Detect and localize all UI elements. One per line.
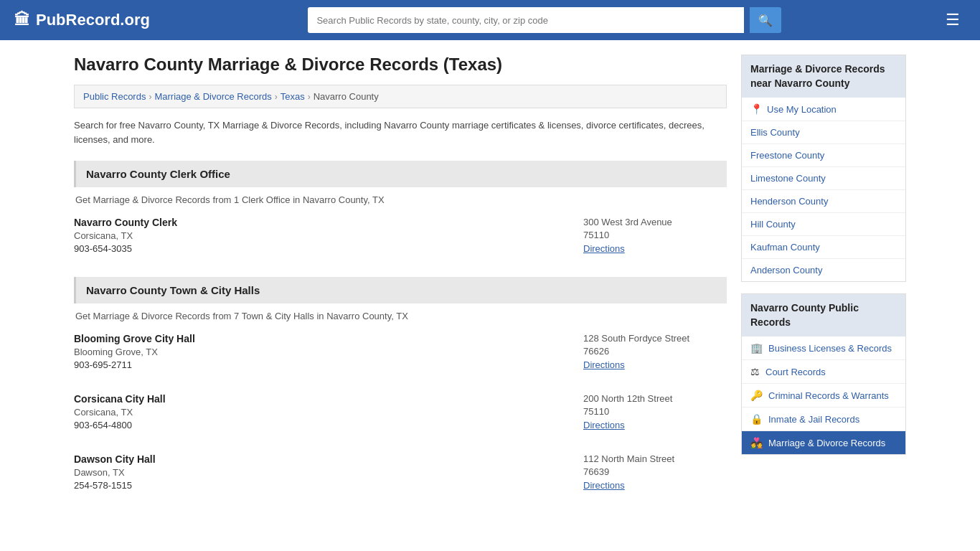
record-phone-corsicana-hall: 903-654-4800 — [74, 420, 166, 430]
sidebar-public-records-header: Navarro County Public Records — [742, 294, 905, 336]
search-area: 🔍 — [308, 7, 781, 33]
pin-icon: 📍 — [750, 103, 763, 115]
record-phone-clerk: 903-654-3035 — [74, 243, 177, 254]
record-address-corsicana-hall: 200 North 12th Street — [583, 393, 727, 404]
record-city-clerk: Corsicana, TX — [74, 230, 177, 241]
business-icon: 🏢 — [750, 342, 763, 354]
kaufman-county-link[interactable]: Kaufman County — [750, 242, 820, 253]
sidebar-nearby-list: 📍 Use My Location Ellis County Freestone… — [742, 98, 905, 281]
section-header-halls: Navarro County Town & City Halls — [74, 277, 727, 303]
record-name-dawson: Dawson City Hall — [74, 453, 156, 465]
record-directions-blooming-grove[interactable]: Directions — [583, 359, 625, 370]
logo-icon: 🏛 — [14, 11, 30, 29]
page-description: Search for free Navarro County, TX Marri… — [74, 118, 727, 146]
sidebar-item-court[interactable]: ⚖ Court Records — [742, 360, 905, 384]
record-directions-dawson[interactable]: Directions — [583, 480, 625, 491]
breadcrumb: Public Records › Marriage & Divorce Reco… — [74, 85, 727, 108]
record-directions-clerk[interactable]: Directions — [583, 243, 625, 254]
record-zip-clerk: 75110 — [583, 230, 727, 240]
anderson-county-link[interactable]: Anderson County — [750, 265, 822, 276]
search-icon: 🔍 — [758, 14, 773, 27]
sidebar-item-freestone[interactable]: Freestone County — [742, 144, 905, 167]
breadcrumb-sep-1: › — [149, 92, 151, 102]
record-name-blooming-grove: Blooming Grove City Hall — [74, 333, 195, 344]
sidebar-item-limestone[interactable]: Limestone County — [742, 167, 905, 190]
section-desc-clerk: Get Marriage & Divorce Records from 1 Cl… — [74, 194, 727, 205]
record-dawson: Dawson City Hall Dawson, TX 254-578-1515… — [74, 453, 727, 498]
sidebar-item-criminal[interactable]: 🔑 Criminal Records & Warrants — [742, 384, 905, 408]
record-zip-blooming-grove: 76626 — [583, 346, 727, 357]
search-button[interactable]: 🔍 — [750, 7, 781, 33]
record-city-corsicana-hall: Corsicana, TX — [74, 407, 166, 418]
record-address-clerk: 300 West 3rd Avenue — [583, 217, 727, 227]
site-logo[interactable]: 🏛 PubRecord.org — [14, 11, 150, 29]
henderson-county-link[interactable]: Henderson County — [750, 196, 828, 207]
criminal-icon: 🔑 — [750, 390, 763, 401]
sidebar-item-business[interactable]: 🏢 Business Licenses & Records — [742, 336, 905, 360]
inmate-records-link[interactable]: Inmate & Jail Records — [768, 414, 859, 425]
record-zip-corsicana-hall: 75110 — [583, 406, 727, 417]
record-blooming-grove: Blooming Grove City Hall Blooming Grove,… — [74, 333, 727, 377]
content-area: Navarro County Marriage & Divorce Record… — [74, 55, 727, 514]
site-header: 🏛 PubRecord.org 🔍 ☰ — [0, 0, 980, 40]
menu-icon: ☰ — [946, 11, 960, 29]
record-phone-dawson: 254-578-1515 — [74, 480, 156, 491]
sidebar-item-anderson[interactable]: Anderson County — [742, 259, 905, 281]
breadcrumb-marriage-divorce[interactable]: Marriage & Divorce Records — [154, 91, 271, 102]
section-desc-halls: Get Marriage & Divorce Records from 7 To… — [74, 311, 727, 321]
hill-county-link[interactable]: Hill County — [750, 219, 796, 230]
limestone-county-link[interactable]: Limestone County — [750, 173, 826, 184]
record-directions-corsicana-hall[interactable]: Directions — [583, 420, 625, 430]
breadcrumb-sep-2: › — [275, 92, 278, 102]
sidebar-nearby-section: Marriage & Divorce Records near Navarro … — [741, 55, 906, 282]
criminal-records-link[interactable]: Criminal Records & Warrants — [768, 390, 889, 401]
sidebar-item-inmate[interactable]: 🔒 Inmate & Jail Records — [742, 408, 905, 431]
business-licenses-link[interactable]: Business Licenses & Records — [768, 343, 892, 354]
marriage-icon: 💑 — [750, 437, 763, 448]
record-city-dawson: Dawson, TX — [74, 467, 156, 478]
record-corsicana-hall: Corsicana City Hall Corsicana, TX 903-65… — [74, 393, 727, 438]
record-navarro-clerk: Navarro County Clerk Corsicana, TX 903-6… — [74, 217, 727, 261]
record-zip-dawson: 76639 — [583, 466, 727, 477]
record-address-blooming-grove: 128 South Fordyce Street — [583, 333, 727, 344]
breadcrumb-texas[interactable]: Texas — [281, 91, 305, 102]
menu-button[interactable]: ☰ — [940, 8, 966, 32]
sidebar-item-marriage[interactable]: 💑 Marriage & Divorce Records — [742, 431, 905, 454]
record-phone-blooming-grove: 903-695-2711 — [74, 359, 195, 370]
sidebar-nearby-header: Marriage & Divorce Records near Navarro … — [742, 55, 905, 98]
sidebar-item-kaufman[interactable]: Kaufman County — [742, 236, 905, 259]
record-city-blooming-grove: Blooming Grove, TX — [74, 347, 195, 357]
page-title: Navarro County Marriage & Divorce Record… — [74, 55, 727, 75]
inmate-icon: 🔒 — [750, 413, 763, 425]
main-container: Navarro County Marriage & Divorce Record… — [60, 40, 920, 528]
section-header-clerk: Navarro County Clerk Office — [74, 161, 727, 187]
record-address-dawson: 112 North Main Street — [583, 453, 727, 464]
sidebar-public-records-section: Navarro County Public Records 🏢 Business… — [741, 293, 906, 455]
breadcrumb-sep-3: › — [308, 92, 311, 102]
sidebar: Marriage & Divorce Records near Navarro … — [741, 55, 906, 514]
sidebar-item-ellis[interactable]: Ellis County — [742, 121, 905, 144]
ellis-county-link[interactable]: Ellis County — [750, 127, 800, 138]
sidebar-public-records-list: 🏢 Business Licenses & Records ⚖ Court Re… — [742, 336, 905, 454]
freestone-county-link[interactable]: Freestone County — [750, 150, 824, 161]
record-name-corsicana-hall: Corsicana City Hall — [74, 393, 166, 405]
logo-text: PubRecord.org — [36, 11, 150, 29]
breadcrumb-navarro: Navarro County — [314, 91, 379, 102]
use-location-label: Use My Location — [767, 104, 837, 115]
court-records-link[interactable]: Court Records — [765, 367, 826, 377]
sidebar-item-henderson[interactable]: Henderson County — [742, 190, 905, 213]
marriage-divorce-link[interactable]: Marriage & Divorce Records — [768, 438, 885, 448]
sidebar-item-hill[interactable]: Hill County — [742, 213, 905, 236]
search-input[interactable] — [308, 7, 744, 33]
breadcrumb-public-records[interactable]: Public Records — [83, 91, 146, 102]
record-name-clerk: Navarro County Clerk — [74, 217, 177, 228]
court-icon: ⚖ — [750, 366, 760, 377]
sidebar-use-location[interactable]: 📍 Use My Location — [742, 98, 905, 121]
